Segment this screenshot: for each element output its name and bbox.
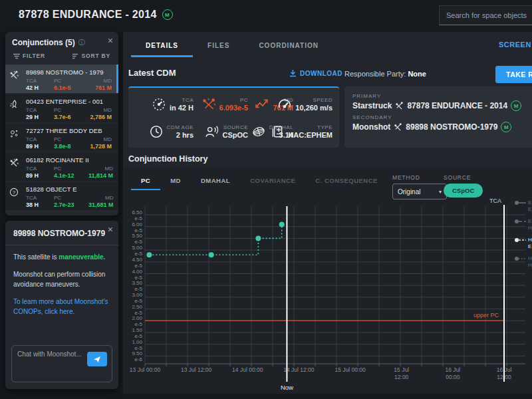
svg-text:12:00: 12:00 bbox=[394, 374, 409, 380]
conjunction-name: 06182 ROCINANTE II bbox=[26, 156, 114, 164]
svg-text:e-5: e-5 bbox=[134, 321, 142, 327]
conjunction-item[interactable]: ? 51828 OBJECT E TCA38 H PC2.7e-23 MD31,… bbox=[5, 182, 118, 210]
tab-files[interactable]: FILES bbox=[193, 36, 244, 57]
svg-text:3.00: 3.00 bbox=[132, 292, 142, 298]
satellite-info-panel: × 89898 NOSTROMO-1979 This satellite is … bbox=[5, 221, 118, 389]
svg-text:e-5: e-5 bbox=[134, 286, 142, 292]
svg-text:1.00: 1.00 bbox=[132, 339, 142, 345]
rocket-icon bbox=[9, 98, 23, 122]
conops-link[interactable]: To learn more about Moonshot's CONOPs, c… bbox=[5, 290, 118, 317]
filter-button[interactable]: FILTER bbox=[13, 53, 45, 59]
conjunction-item[interactable]: 06182 ROCINANTE II TCA89 H PC4.1e-12 MD1… bbox=[5, 152, 118, 181]
chat-input[interactable] bbox=[16, 350, 85, 358]
chart-tab-covariance[interactable]: COVARIANCE bbox=[240, 174, 305, 190]
conjunctions-panel: × Conjunctions (5) ⓘ FILTER SORT BY 8989… bbox=[5, 32, 118, 215]
close-icon[interactable]: × bbox=[108, 225, 113, 234]
tab-details[interactable]: DETAILS bbox=[131, 36, 193, 57]
send-icon bbox=[93, 356, 101, 363]
send-button[interactable] bbox=[87, 352, 107, 366]
satellite-info-title: 89898 NOSTROMO-1979 bbox=[5, 221, 118, 245]
pc-history-chart[interactable]: 6.50e-56.00e-55.50e-55.00e-54.50e-54.00e… bbox=[128, 197, 527, 394]
svg-text:1.50: 1.50 bbox=[132, 327, 142, 333]
svg-text:e-5: e-5 bbox=[134, 227, 142, 233]
sort-by-button[interactable]: SORT BY bbox=[72, 53, 110, 59]
chart-tab-pc[interactable]: PC bbox=[131, 174, 160, 190]
metric-source: SOURCECSpOC bbox=[195, 118, 248, 145]
svg-text:00:00: 00:00 bbox=[446, 374, 460, 380]
svg-text:13 Jul 00:00: 13 Jul 00:00 bbox=[130, 366, 161, 373]
svg-text:e-5: e-5 bbox=[134, 333, 142, 339]
pc-metric-value: 6.093e-5 bbox=[219, 104, 248, 112]
conjunction-history-heading: Conjunction History bbox=[128, 154, 207, 164]
tca-value: 89 H bbox=[26, 172, 54, 179]
md-value: 2,786 M bbox=[88, 114, 112, 120]
svg-text:e-5: e-5 bbox=[134, 275, 142, 281]
svg-text:6.00: 6.00 bbox=[132, 221, 142, 227]
svg-text:6.50: 6.50 bbox=[132, 209, 142, 215]
chart-legend: EEEHHEHH bbox=[514, 200, 532, 274]
chart-tab-consequence[interactable]: C. CONSEQUENCE bbox=[305, 174, 388, 190]
conjunction-item[interactable]: 00423 ENTERPRISE - 001 TCA29 H PC3.7e-6 … bbox=[5, 94, 118, 122]
latest-cdm-heading: Latest CDM bbox=[128, 68, 176, 78]
search-input[interactable] bbox=[439, 5, 532, 25]
md-value: 11,814 M bbox=[88, 172, 113, 179]
svg-text:14 Jul 12:00: 14 Jul 12:00 bbox=[283, 366, 315, 373]
gauge-icon bbox=[152, 97, 166, 112]
svg-text:15 Jul: 15 Jul bbox=[394, 366, 409, 373]
maneuverable-highlight: maneuverable. bbox=[59, 253, 105, 261]
svg-text:3.50: 3.50 bbox=[132, 280, 142, 286]
conops-text: Moonshot can perform collision avoidance… bbox=[5, 263, 118, 290]
legend-item[interactable]: EH bbox=[514, 218, 532, 231]
debris-icon bbox=[9, 127, 23, 152]
primary-org: Starstruck bbox=[352, 101, 392, 110]
svg-text:e-5: e-5 bbox=[134, 310, 142, 316]
secondary-name: 89898 NOSTROMO-1979 bbox=[406, 122, 497, 132]
legend-item[interactable]: HH bbox=[514, 255, 532, 269]
svg-text:14 Jul 00:00: 14 Jul 00:00 bbox=[232, 366, 263, 373]
take-responsibility-button[interactable]: TAKE RESP bbox=[495, 66, 532, 83]
metric-cdm-age: CDM AGE2 hrs bbox=[135, 118, 194, 145]
chart-tab-dmahal[interactable]: DMAHAL bbox=[191, 174, 240, 190]
collision-probability-icon bbox=[201, 97, 216, 112]
tca-value: 38 H bbox=[26, 201, 54, 208]
legend-label: EH bbox=[528, 218, 532, 231]
close-icon[interactable]: × bbox=[108, 36, 113, 45]
pc-value: 6.1e-5 bbox=[54, 84, 88, 91]
svg-text:2.00: 2.00 bbox=[132, 315, 142, 321]
pc-value: 4.1e-12 bbox=[54, 172, 88, 179]
metric-pc: PC6.093e-5 bbox=[195, 90, 248, 118]
pc-value: 3.8e-8 bbox=[54, 143, 88, 150]
legend-label: EE bbox=[528, 200, 531, 213]
secondary-label: SECONDARY bbox=[352, 114, 532, 120]
screen-ephemeris-link[interactable]: SCREEN EP bbox=[499, 41, 532, 49]
svg-text:4.50: 4.50 bbox=[132, 257, 142, 263]
primary-object-row[interactable]: Starstruck 87878 ENDURANCE - 2014 M bbox=[352, 100, 532, 111]
tca-value: 29 H bbox=[26, 114, 54, 120]
satellite-icon bbox=[394, 123, 402, 132]
conjunction-item[interactable]: 72727 THREE BODY DEB TCA89 H PC3.8e-8 MD… bbox=[5, 123, 118, 152]
download-button[interactable]: DOWNLOAD bbox=[289, 69, 342, 77]
info-icon[interactable]: ⓘ bbox=[78, 38, 85, 47]
app: { "badges": {"maneuverable": "M"}, "topb… bbox=[0, 0, 532, 399]
conjunction-item[interactable]: 89898 NOSTROMO - 1979 TCA42 H PC6.1e-5 M… bbox=[5, 65, 118, 93]
conjunctions-title: Conjunctions (5) bbox=[12, 38, 75, 47]
chevron-down-icon: ▾ bbox=[439, 189, 442, 195]
tab-coordination[interactable]: COORDINATION bbox=[244, 36, 333, 57]
svg-text:Now: Now bbox=[281, 384, 293, 391]
main-tabs: DETAILS FILES COORDINATION bbox=[123, 32, 532, 57]
legend-item[interactable]: HE bbox=[514, 237, 532, 250]
chart-tab-md[interactable]: MD bbox=[160, 174, 191, 190]
conjunction-name: 00423 ENTERPRISE - 001 bbox=[26, 98, 114, 105]
top-bar: 87878 ENDURANCE - 2014 M bbox=[0, 0, 532, 32]
person-broadcast-icon bbox=[205, 124, 219, 139]
maneuverable-text: This satellite is maneuverable. bbox=[5, 245, 118, 263]
legend-item[interactable]: EE bbox=[514, 200, 532, 213]
secondary-object-row[interactable]: Moonshot 89898 NOSTROMO-1979 M bbox=[352, 122, 532, 132]
svg-text:upper PC: upper PC bbox=[473, 312, 499, 319]
svg-text:e-5: e-5 bbox=[134, 345, 142, 351]
pc-value: 2.7e-23 bbox=[54, 201, 88, 208]
source-metric-value: CSpOC bbox=[223, 131, 249, 139]
svg-text:?: ? bbox=[13, 190, 16, 196]
legend-label: HH bbox=[528, 255, 532, 269]
tca-value: 89 H bbox=[26, 143, 54, 150]
